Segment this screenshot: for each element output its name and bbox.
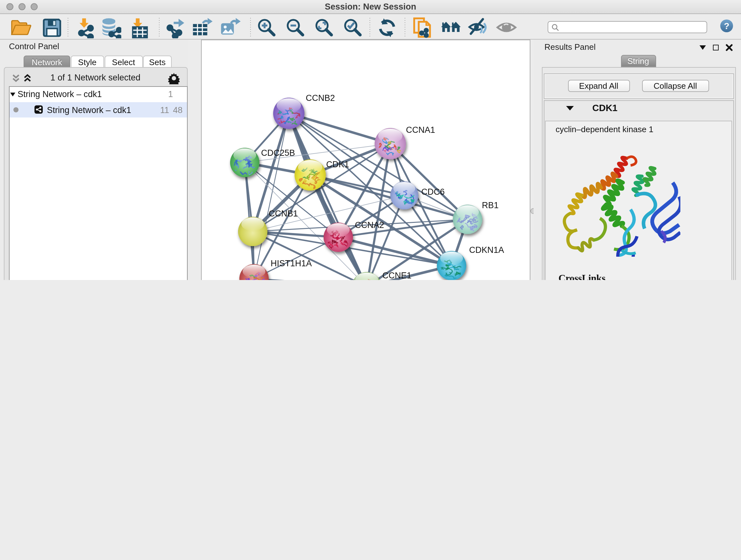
svg-text:CDKN1A: CDKN1A bbox=[469, 245, 504, 254]
svg-text:HIST1H1A: HIST1H1A bbox=[270, 258, 312, 268]
svg-text:?: ? bbox=[724, 21, 729, 30]
svg-text:CCNB1: CCNB1 bbox=[268, 208, 298, 218]
svg-text:CCNE1: CCNE1 bbox=[382, 270, 411, 280]
svg-text:CDC25B: CDC25B bbox=[261, 148, 295, 158]
svg-text:CCNA2: CCNA2 bbox=[354, 220, 384, 230]
svg-text:CDC6: CDC6 bbox=[421, 187, 445, 196]
svg-text:RB1: RB1 bbox=[482, 200, 498, 210]
svg-text:CDK1: CDK1 bbox=[326, 159, 349, 169]
svg-text:CCNB2: CCNB2 bbox=[306, 93, 335, 103]
svg-text:CCNA1: CCNA1 bbox=[406, 125, 435, 134]
